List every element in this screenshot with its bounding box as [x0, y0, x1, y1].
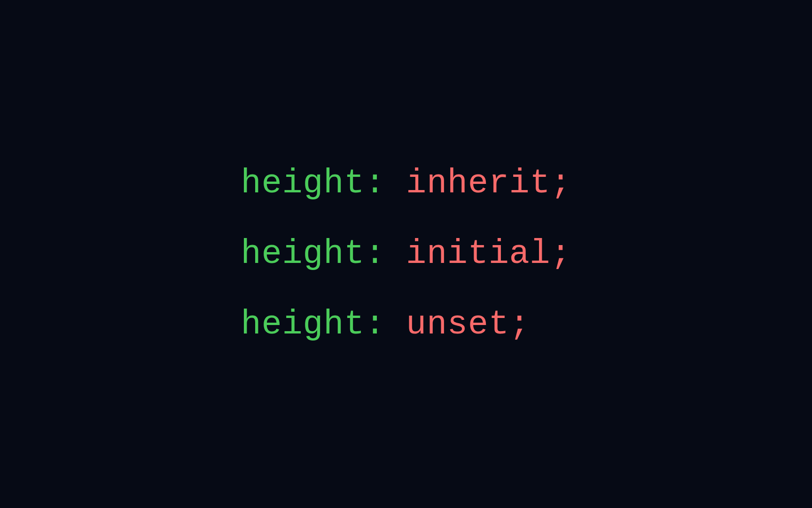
css-value: unset; [406, 305, 530, 344]
css-declaration-line: height: initial; [241, 235, 571, 273]
css-property: height: [241, 305, 406, 344]
css-value: initial; [406, 235, 571, 273]
css-declaration-line: height: inherit; [241, 164, 571, 203]
css-property: height: [241, 164, 406, 203]
css-declaration-line: height: unset; [241, 305, 571, 344]
css-value: inherit; [406, 164, 571, 203]
css-code-block: height: inherit; height: initial; height… [241, 164, 571, 344]
css-property: height: [241, 235, 406, 273]
